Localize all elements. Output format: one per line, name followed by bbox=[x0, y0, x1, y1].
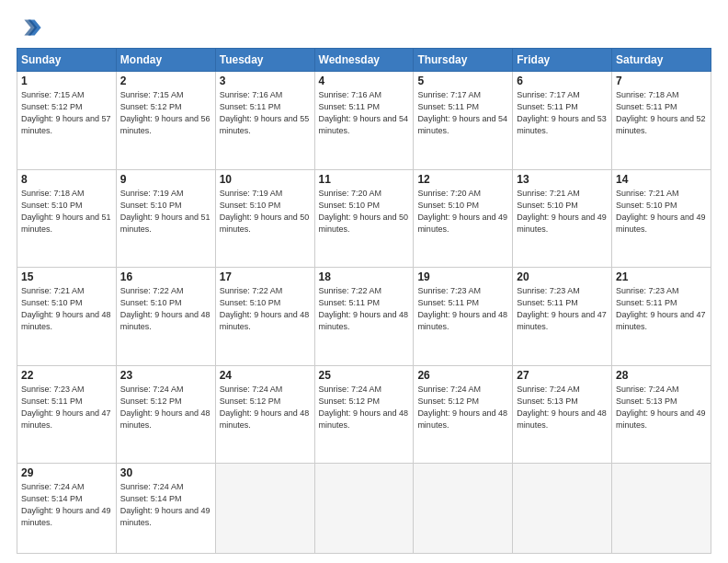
logo bbox=[17, 15, 46, 40]
day-info: Sunrise: 7:23 AM Sunset: 5:11 PM Dayligh… bbox=[616, 285, 707, 333]
calendar-cell: 16 Sunrise: 7:22 AM Sunset: 5:10 PM Dayl… bbox=[116, 268, 215, 366]
day-info: Sunrise: 7:21 AM Sunset: 5:10 PM Dayligh… bbox=[616, 188, 707, 236]
calendar-cell: 19 Sunrise: 7:23 AM Sunset: 5:11 PM Dayl… bbox=[414, 268, 513, 366]
calendar-cell: 26 Sunrise: 7:24 AM Sunset: 5:12 PM Dayl… bbox=[414, 365, 513, 464]
day-number: 25 bbox=[319, 369, 410, 382]
day-number: 7 bbox=[616, 75, 707, 87]
day-info: Sunrise: 7:18 AM Sunset: 5:11 PM Dayligh… bbox=[616, 89, 707, 137]
calendar-cell: 24 Sunrise: 7:24 AM Sunset: 5:12 PM Dayl… bbox=[215, 365, 314, 464]
calendar-cell: 25 Sunrise: 7:24 AM Sunset: 5:12 PM Dayl… bbox=[314, 365, 414, 464]
day-info: Sunrise: 7:17 AM Sunset: 5:11 PM Dayligh… bbox=[417, 89, 508, 137]
day-number: 3 bbox=[220, 75, 311, 87]
day-info: Sunrise: 7:15 AM Sunset: 5:12 PM Dayligh… bbox=[120, 89, 211, 137]
day-number: 5 bbox=[417, 75, 508, 87]
day-info: Sunrise: 7:20 AM Sunset: 5:10 PM Dayligh… bbox=[417, 188, 508, 236]
day-number: 14 bbox=[616, 173, 707, 186]
calendar-cell: 9 Sunrise: 7:19 AM Sunset: 5:10 PM Dayli… bbox=[116, 169, 215, 268]
day-number: 27 bbox=[517, 369, 608, 382]
day-info: Sunrise: 7:22 AM Sunset: 5:11 PM Dayligh… bbox=[319, 285, 410, 333]
day-number: 1 bbox=[21, 75, 112, 87]
calendar-cell bbox=[215, 464, 314, 554]
calendar-cell: 14 Sunrise: 7:21 AM Sunset: 5:10 PM Dayl… bbox=[612, 169, 711, 268]
weekday-header-sunday: Sunday bbox=[17, 49, 117, 72]
weekday-header-tuesday: Tuesday bbox=[215, 49, 314, 72]
calendar-week-2: 8 Sunrise: 7:18 AM Sunset: 5:10 PM Dayli… bbox=[17, 169, 711, 268]
calendar-cell: 13 Sunrise: 7:21 AM Sunset: 5:10 PM Dayl… bbox=[513, 169, 612, 268]
day-number: 4 bbox=[319, 75, 410, 87]
calendar-cell: 2 Sunrise: 7:15 AM Sunset: 5:12 PM Dayli… bbox=[116, 72, 215, 170]
day-info: Sunrise: 7:21 AM Sunset: 5:10 PM Dayligh… bbox=[21, 285, 112, 333]
day-number: 12 bbox=[417, 173, 508, 186]
day-info: Sunrise: 7:24 AM Sunset: 5:12 PM Dayligh… bbox=[120, 384, 211, 431]
weekday-header-friday: Friday bbox=[513, 49, 612, 72]
day-info: Sunrise: 7:24 AM Sunset: 5:14 PM Dayligh… bbox=[21, 481, 112, 529]
day-info: Sunrise: 7:24 AM Sunset: 5:14 PM Dayligh… bbox=[120, 481, 211, 529]
calendar-cell: 1 Sunrise: 7:15 AM Sunset: 5:12 PM Dayli… bbox=[17, 72, 117, 170]
calendar-cell: 7 Sunrise: 7:18 AM Sunset: 5:11 PM Dayli… bbox=[612, 72, 711, 170]
weekday-header-monday: Monday bbox=[116, 49, 215, 72]
calendar-cell bbox=[314, 464, 414, 554]
calendar-week-5: 29 Sunrise: 7:24 AM Sunset: 5:14 PM Dayl… bbox=[17, 464, 711, 554]
calendar-cell: 11 Sunrise: 7:20 AM Sunset: 5:10 PM Dayl… bbox=[314, 169, 414, 268]
calendar-cell: 3 Sunrise: 7:16 AM Sunset: 5:11 PM Dayli… bbox=[215, 72, 314, 170]
day-number: 2 bbox=[120, 75, 211, 87]
day-number: 10 bbox=[220, 173, 311, 186]
calendar-cell: 21 Sunrise: 7:23 AM Sunset: 5:11 PM Dayl… bbox=[612, 268, 711, 366]
day-number: 18 bbox=[319, 270, 410, 283]
day-number: 19 bbox=[417, 270, 508, 283]
day-number: 21 bbox=[616, 270, 707, 283]
day-info: Sunrise: 7:18 AM Sunset: 5:10 PM Dayligh… bbox=[21, 188, 112, 236]
day-info: Sunrise: 7:20 AM Sunset: 5:10 PM Dayligh… bbox=[319, 188, 410, 236]
calendar-cell: 6 Sunrise: 7:17 AM Sunset: 5:11 PM Dayli… bbox=[513, 72, 612, 170]
logo-icon bbox=[17, 15, 42, 40]
day-info: Sunrise: 7:24 AM Sunset: 5:13 PM Dayligh… bbox=[616, 384, 707, 431]
calendar-week-3: 15 Sunrise: 7:21 AM Sunset: 5:10 PM Dayl… bbox=[17, 268, 711, 366]
day-number: 23 bbox=[120, 369, 211, 382]
day-number: 9 bbox=[120, 173, 211, 186]
weekday-row: SundayMondayTuesdayWednesdayThursdayFrid… bbox=[17, 49, 711, 72]
day-number: 26 bbox=[417, 369, 508, 382]
day-info: Sunrise: 7:24 AM Sunset: 5:12 PM Dayligh… bbox=[417, 384, 508, 431]
day-info: Sunrise: 7:23 AM Sunset: 5:11 PM Dayligh… bbox=[21, 384, 112, 431]
day-info: Sunrise: 7:21 AM Sunset: 5:10 PM Dayligh… bbox=[517, 188, 608, 236]
weekday-header-wednesday: Wednesday bbox=[314, 49, 414, 72]
day-info: Sunrise: 7:16 AM Sunset: 5:11 PM Dayligh… bbox=[319, 89, 410, 137]
calendar-header: SundayMondayTuesdayWednesdayThursdayFrid… bbox=[17, 49, 711, 72]
calendar-cell: 4 Sunrise: 7:16 AM Sunset: 5:11 PM Dayli… bbox=[314, 72, 414, 170]
calendar-cell bbox=[612, 464, 711, 554]
calendar-cell: 5 Sunrise: 7:17 AM Sunset: 5:11 PM Dayli… bbox=[414, 72, 513, 170]
day-info: Sunrise: 7:22 AM Sunset: 5:10 PM Dayligh… bbox=[120, 285, 211, 333]
calendar-cell: 27 Sunrise: 7:24 AM Sunset: 5:13 PM Dayl… bbox=[513, 365, 612, 464]
day-number: 15 bbox=[21, 270, 112, 283]
day-number: 17 bbox=[220, 270, 311, 283]
day-number: 8 bbox=[21, 173, 112, 186]
calendar-week-4: 22 Sunrise: 7:23 AM Sunset: 5:11 PM Dayl… bbox=[17, 365, 711, 464]
calendar-body: 1 Sunrise: 7:15 AM Sunset: 5:12 PM Dayli… bbox=[17, 72, 711, 554]
day-info: Sunrise: 7:17 AM Sunset: 5:11 PM Dayligh… bbox=[517, 89, 608, 137]
day-info: Sunrise: 7:19 AM Sunset: 5:10 PM Dayligh… bbox=[120, 188, 211, 236]
day-number: 11 bbox=[319, 173, 410, 186]
calendar-cell: 12 Sunrise: 7:20 AM Sunset: 5:10 PM Dayl… bbox=[414, 169, 513, 268]
calendar-week-1: 1 Sunrise: 7:15 AM Sunset: 5:12 PM Dayli… bbox=[17, 72, 711, 170]
header bbox=[17, 15, 711, 40]
day-info: Sunrise: 7:23 AM Sunset: 5:11 PM Dayligh… bbox=[517, 285, 608, 333]
day-number: 20 bbox=[517, 270, 608, 283]
calendar-cell: 15 Sunrise: 7:21 AM Sunset: 5:10 PM Dayl… bbox=[17, 268, 117, 366]
day-info: Sunrise: 7:24 AM Sunset: 5:13 PM Dayligh… bbox=[517, 384, 608, 431]
calendar-cell: 22 Sunrise: 7:23 AM Sunset: 5:11 PM Dayl… bbox=[17, 365, 117, 464]
calendar-cell: 29 Sunrise: 7:24 AM Sunset: 5:14 PM Dayl… bbox=[17, 464, 117, 554]
calendar-cell: 28 Sunrise: 7:24 AM Sunset: 5:13 PM Dayl… bbox=[612, 365, 711, 464]
day-number: 29 bbox=[21, 466, 112, 479]
weekday-header-saturday: Saturday bbox=[612, 49, 711, 72]
calendar-cell: 10 Sunrise: 7:19 AM Sunset: 5:10 PM Dayl… bbox=[215, 169, 314, 268]
calendar-cell: 18 Sunrise: 7:22 AM Sunset: 5:11 PM Dayl… bbox=[314, 268, 414, 366]
page: SundayMondayTuesdayWednesdayThursdayFrid… bbox=[0, 0, 728, 563]
calendar-cell bbox=[513, 464, 612, 554]
calendar-cell: 17 Sunrise: 7:22 AM Sunset: 5:10 PM Dayl… bbox=[215, 268, 314, 366]
day-info: Sunrise: 7:15 AM Sunset: 5:12 PM Dayligh… bbox=[21, 89, 112, 137]
day-info: Sunrise: 7:24 AM Sunset: 5:12 PM Dayligh… bbox=[319, 384, 410, 431]
day-info: Sunrise: 7:19 AM Sunset: 5:10 PM Dayligh… bbox=[220, 188, 311, 236]
calendar-cell: 30 Sunrise: 7:24 AM Sunset: 5:14 PM Dayl… bbox=[116, 464, 215, 554]
day-number: 13 bbox=[517, 173, 608, 186]
day-number: 28 bbox=[616, 369, 707, 382]
